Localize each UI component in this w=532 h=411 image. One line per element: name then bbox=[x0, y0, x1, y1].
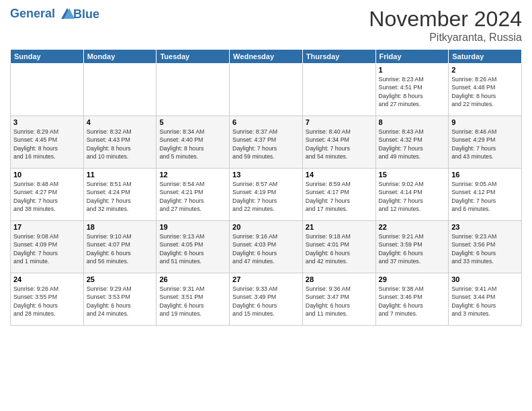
calendar-cell: 1Sunrise: 8:23 AM Sunset: 4:51 PM Daylig… bbox=[375, 64, 449, 116]
day-info: Sunrise: 8:57 AM Sunset: 4:19 PM Dayligh… bbox=[232, 180, 300, 213]
day-number: 21 bbox=[306, 223, 373, 231]
week-row-4: 17Sunrise: 9:08 AM Sunset: 4:09 PM Dayli… bbox=[11, 221, 522, 273]
day-number: 13 bbox=[232, 171, 300, 179]
calendar-cell: 30Sunrise: 9:41 AM Sunset: 3:44 PM Dayli… bbox=[449, 273, 522, 326]
calendar-body: 1Sunrise: 8:23 AM Sunset: 4:51 PM Daylig… bbox=[11, 64, 522, 326]
day-info: Sunrise: 9:36 AM Sunset: 3:47 PM Dayligh… bbox=[306, 285, 373, 318]
calendar-table: Sunday Monday Tuesday Wednesday Thursday… bbox=[10, 49, 522, 326]
day-number: 22 bbox=[379, 223, 446, 231]
calendar-cell: 10Sunrise: 8:48 AM Sunset: 4:27 PM Dayli… bbox=[11, 169, 84, 221]
day-info: Sunrise: 9:23 AM Sunset: 3:56 PM Dayligh… bbox=[451, 232, 519, 265]
calendar-cell: 7Sunrise: 8:40 AM Sunset: 4:34 PM Daylig… bbox=[302, 116, 375, 169]
day-info: Sunrise: 9:31 AM Sunset: 3:51 PM Dayligh… bbox=[159, 285, 226, 318]
weekday-header-row: Sunday Monday Tuesday Wednesday Thursday… bbox=[11, 50, 522, 64]
week-row-2: 3Sunrise: 8:29 AM Sunset: 4:45 PM Daylig… bbox=[11, 116, 522, 169]
header-tuesday: Tuesday bbox=[157, 50, 230, 64]
logo-line2: Blue bbox=[73, 7, 99, 21]
day-number: 23 bbox=[451, 223, 519, 231]
day-number: 27 bbox=[232, 275, 300, 283]
calendar-cell bbox=[11, 64, 84, 116]
calendar-cell: 26Sunrise: 9:31 AM Sunset: 3:51 PM Dayli… bbox=[157, 273, 230, 326]
calendar-cell: 5Sunrise: 8:34 AM Sunset: 4:40 PM Daylig… bbox=[157, 116, 230, 169]
day-number: 2 bbox=[451, 66, 519, 74]
day-number: 1 bbox=[379, 66, 446, 74]
day-info: Sunrise: 8:23 AM Sunset: 4:51 PM Dayligh… bbox=[379, 75, 446, 108]
day-info: Sunrise: 9:10 AM Sunset: 4:07 PM Dayligh… bbox=[87, 232, 154, 265]
day-info: Sunrise: 9:16 AM Sunset: 4:03 PM Dayligh… bbox=[232, 232, 300, 265]
calendar-cell: 18Sunrise: 9:10 AM Sunset: 4:07 PM Dayli… bbox=[83, 221, 157, 273]
day-info: Sunrise: 9:21 AM Sunset: 3:59 PM Dayligh… bbox=[379, 232, 446, 265]
week-row-5: 24Sunrise: 9:26 AM Sunset: 3:55 PM Dayli… bbox=[11, 273, 522, 326]
day-info: Sunrise: 8:34 AM Sunset: 4:40 PM Dayligh… bbox=[159, 128, 226, 161]
week-row-3: 10Sunrise: 8:48 AM Sunset: 4:27 PM Dayli… bbox=[11, 169, 522, 221]
calendar-cell: 19Sunrise: 9:13 AM Sunset: 4:05 PM Dayli… bbox=[157, 221, 230, 273]
header-sunday: Sunday bbox=[11, 50, 84, 64]
calendar-cell: 8Sunrise: 8:43 AM Sunset: 4:32 PM Daylig… bbox=[375, 116, 449, 169]
day-info: Sunrise: 9:08 AM Sunset: 4:09 PM Dayligh… bbox=[13, 232, 81, 265]
day-info: Sunrise: 8:51 AM Sunset: 4:24 PM Dayligh… bbox=[87, 180, 154, 213]
day-info: Sunrise: 8:29 AM Sunset: 4:45 PM Dayligh… bbox=[13, 128, 81, 161]
day-number: 20 bbox=[232, 223, 300, 231]
calendar-cell bbox=[230, 64, 303, 116]
day-number: 29 bbox=[379, 275, 446, 283]
calendar-cell: 14Sunrise: 8:59 AM Sunset: 4:17 PM Dayli… bbox=[302, 169, 375, 221]
calendar-cell: 6Sunrise: 8:37 AM Sunset: 4:37 PM Daylig… bbox=[230, 116, 303, 169]
day-info: Sunrise: 8:40 AM Sunset: 4:34 PM Dayligh… bbox=[306, 128, 373, 161]
day-info: Sunrise: 8:37 AM Sunset: 4:37 PM Dayligh… bbox=[232, 128, 300, 161]
day-info: Sunrise: 8:32 AM Sunset: 4:43 PM Dayligh… bbox=[87, 128, 154, 161]
day-info: Sunrise: 8:43 AM Sunset: 4:32 PM Dayligh… bbox=[379, 128, 446, 161]
calendar-cell: 27Sunrise: 9:33 AM Sunset: 3:49 PM Dayli… bbox=[230, 273, 303, 326]
day-info: Sunrise: 9:26 AM Sunset: 3:55 PM Dayligh… bbox=[13, 285, 81, 318]
calendar-cell bbox=[157, 64, 230, 116]
day-info: Sunrise: 9:41 AM Sunset: 3:44 PM Dayligh… bbox=[451, 285, 519, 318]
calendar-cell: 16Sunrise: 9:05 AM Sunset: 4:12 PM Dayli… bbox=[449, 169, 522, 221]
calendar-cell: 28Sunrise: 9:36 AM Sunset: 3:47 PM Dayli… bbox=[302, 273, 375, 326]
calendar-cell: 25Sunrise: 9:29 AM Sunset: 3:53 PM Dayli… bbox=[83, 273, 157, 326]
day-info: Sunrise: 9:29 AM Sunset: 3:53 PM Dayligh… bbox=[87, 285, 154, 318]
day-info: Sunrise: 9:05 AM Sunset: 4:12 PM Dayligh… bbox=[451, 180, 519, 213]
day-number: 30 bbox=[451, 275, 519, 283]
calendar-cell: 13Sunrise: 8:57 AM Sunset: 4:19 PM Dayli… bbox=[230, 169, 303, 221]
month-title: November 2024 bbox=[369, 7, 522, 32]
day-info: Sunrise: 8:46 AM Sunset: 4:29 PM Dayligh… bbox=[451, 128, 519, 161]
day-info: Sunrise: 9:38 AM Sunset: 3:46 PM Dayligh… bbox=[379, 285, 446, 318]
day-info: Sunrise: 9:02 AM Sunset: 4:14 PM Dayligh… bbox=[379, 180, 446, 213]
title-block: November 2024 Pitkyaranta, Russia bbox=[369, 7, 522, 44]
calendar-cell: 12Sunrise: 8:54 AM Sunset: 4:21 PM Dayli… bbox=[157, 169, 230, 221]
calendar-cell: 24Sunrise: 9:26 AM Sunset: 3:55 PM Dayli… bbox=[11, 273, 84, 326]
week-row-1: 1Sunrise: 8:23 AM Sunset: 4:51 PM Daylig… bbox=[11, 64, 522, 116]
day-info: Sunrise: 9:13 AM Sunset: 4:05 PM Dayligh… bbox=[159, 232, 226, 265]
calendar-header: Sunday Monday Tuesday Wednesday Thursday… bbox=[11, 50, 522, 64]
day-number: 8 bbox=[379, 118, 446, 126]
calendar-cell bbox=[302, 64, 375, 116]
day-number: 11 bbox=[87, 171, 154, 179]
calendar-cell bbox=[83, 64, 157, 116]
day-info: Sunrise: 8:59 AM Sunset: 4:17 PM Dayligh… bbox=[306, 180, 373, 213]
day-number: 7 bbox=[306, 118, 373, 126]
location-title: Pitkyaranta, Russia bbox=[369, 32, 522, 44]
day-number: 25 bbox=[87, 275, 154, 283]
calendar-cell: 17Sunrise: 9:08 AM Sunset: 4:09 PM Dayli… bbox=[11, 221, 84, 273]
logo-text: General bbox=[10, 7, 76, 21]
header-wednesday: Wednesday bbox=[230, 50, 303, 64]
header-monday: Monday bbox=[83, 50, 157, 64]
calendar-cell: 29Sunrise: 9:38 AM Sunset: 3:46 PM Dayli… bbox=[375, 273, 449, 326]
calendar-cell: 11Sunrise: 8:51 AM Sunset: 4:24 PM Dayli… bbox=[83, 169, 157, 221]
logo-icon bbox=[60, 7, 75, 21]
day-info: Sunrise: 8:26 AM Sunset: 4:48 PM Dayligh… bbox=[451, 75, 519, 108]
day-info: Sunrise: 8:54 AM Sunset: 4:21 PM Dayligh… bbox=[159, 180, 226, 213]
day-number: 10 bbox=[13, 171, 81, 179]
day-number: 17 bbox=[13, 223, 81, 231]
page-header: General Blue November 2024 Pitkyaranta, … bbox=[10, 7, 522, 44]
calendar-cell: 21Sunrise: 9:18 AM Sunset: 4:01 PM Dayli… bbox=[302, 221, 375, 273]
day-number: 12 bbox=[159, 171, 226, 179]
day-number: 3 bbox=[13, 118, 81, 126]
calendar-cell: 20Sunrise: 9:16 AM Sunset: 4:03 PM Dayli… bbox=[230, 221, 303, 273]
day-info: Sunrise: 9:18 AM Sunset: 4:01 PM Dayligh… bbox=[306, 232, 373, 265]
calendar-cell: 9Sunrise: 8:46 AM Sunset: 4:29 PM Daylig… bbox=[449, 116, 522, 169]
header-thursday: Thursday bbox=[302, 50, 375, 64]
day-number: 26 bbox=[159, 275, 226, 283]
day-number: 16 bbox=[451, 171, 519, 179]
day-number: 24 bbox=[13, 275, 81, 283]
logo-line1: General bbox=[10, 7, 55, 20]
